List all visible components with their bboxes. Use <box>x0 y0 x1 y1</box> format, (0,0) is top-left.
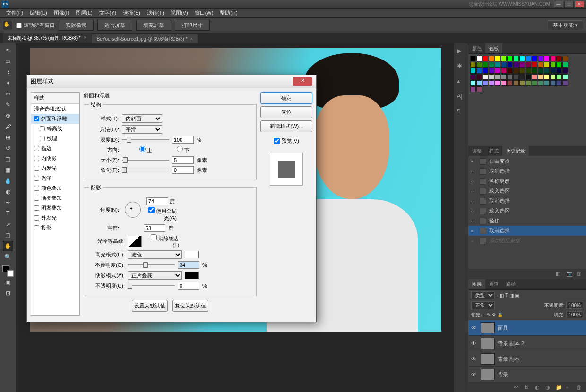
swatch[interactable] <box>544 74 550 80</box>
color-picker[interactable] <box>2 265 14 277</box>
swatch[interactable] <box>483 80 488 86</box>
eyedropper-tool[interactable]: ✎ <box>3 100 13 110</box>
minimize-button[interactable]: — <box>554 1 563 8</box>
swatch[interactable] <box>489 56 494 61</box>
swatch[interactable] <box>556 74 562 80</box>
swatch[interactable] <box>532 62 537 68</box>
swatch[interactable] <box>476 62 482 68</box>
history-item[interactable]: ▫轻移 <box>468 216 586 226</box>
highlight-opacity-slider[interactable] <box>128 262 175 268</box>
new-layer-icon[interactable]: ▫ <box>566 384 573 391</box>
swatch[interactable] <box>495 68 500 74</box>
hand-tool-icon[interactable]: ✋ <box>3 21 12 30</box>
fit-screen-button[interactable]: 适合屏幕 <box>97 20 132 31</box>
dialog-titlebar[interactable]: 图层样式 ✕ <box>27 75 316 88</box>
altitude-input[interactable] <box>144 224 165 232</box>
swatch[interactable] <box>526 62 531 68</box>
close-icon[interactable]: × <box>190 36 193 42</box>
menu-image[interactable]: 图像(I) <box>51 9 72 17</box>
type-tool[interactable]: T <box>3 208 13 219</box>
layer-item[interactable]: 👁背景 副本 <box>468 351 586 367</box>
style-list-item[interactable]: 投影 <box>31 223 79 233</box>
direction-up-radio[interactable]: 上 <box>122 146 152 154</box>
dialog-close-button[interactable]: ✕ <box>293 77 312 86</box>
visibility-icon[interactable]: 👁 <box>471 325 478 331</box>
layer-kind-select[interactable]: 类型 <box>471 291 495 299</box>
swatch[interactable] <box>501 62 507 68</box>
swatch[interactable] <box>470 74 476 80</box>
cancel-button[interactable]: 复位 <box>260 106 312 118</box>
swatch[interactable] <box>526 56 531 61</box>
trash-icon[interactable]: 🗑 <box>577 384 583 391</box>
style-list-item[interactable]: 颜色叠加 <box>31 183 79 193</box>
brush-tool[interactable]: 🖌 <box>3 121 13 132</box>
history-tab[interactable]: 历史记录 <box>502 146 529 156</box>
folder-icon[interactable]: 📁 <box>556 384 562 391</box>
swatch[interactable] <box>470 62 476 68</box>
visibility-icon[interactable]: 👁 <box>471 372 478 377</box>
menu-layer[interactable]: 图层(L) <box>72 9 95 17</box>
history-brush-tool[interactable]: ↺ <box>3 143 13 153</box>
history-item[interactable]: ▫取消选择 <box>468 226 586 236</box>
depth-input[interactable] <box>172 136 194 144</box>
swatch[interactable] <box>507 74 513 80</box>
link-icon[interactable]: ⚯ <box>514 384 521 391</box>
blend-options-item[interactable]: 混合选项:默认 <box>31 104 79 114</box>
direction-down-radio[interactable]: 下 <box>159 146 190 154</box>
style-list-item[interactable]: 描边 <box>31 144 79 153</box>
swatch[interactable] <box>495 74 500 80</box>
gloss-contour[interactable] <box>128 236 142 247</box>
trash-icon[interactable]: 🗑 <box>577 271 583 277</box>
swatch[interactable] <box>556 56 562 61</box>
actual-pixels-button[interactable]: 实际像素 <box>59 20 94 31</box>
swatch[interactable] <box>483 56 488 61</box>
swatch[interactable] <box>544 62 550 68</box>
menu-help[interactable]: 帮助(H) <box>216 9 241 17</box>
swatch[interactable] <box>526 74 531 80</box>
hand-tool[interactable]: ✋ <box>3 241 13 251</box>
lasso-tool[interactable]: ⌇ <box>3 67 13 77</box>
para-icon[interactable]: ¶ <box>457 108 465 116</box>
swatch[interactable] <box>489 62 494 68</box>
swatch[interactable] <box>550 74 556 80</box>
swatch[interactable] <box>507 62 513 68</box>
close-icon[interactable]: × <box>84 35 86 42</box>
swatch[interactable] <box>470 80 476 86</box>
style-list-item[interactable]: 图案叠加 <box>31 203 79 213</box>
angle-dial[interactable] <box>125 202 141 218</box>
camera-icon[interactable]: 📷 <box>566 271 573 277</box>
swatch[interactable] <box>538 62 543 68</box>
wand-tool[interactable]: ✦ <box>3 78 13 88</box>
soften-slider[interactable] <box>122 167 169 173</box>
play-icon[interactable]: ▶ <box>457 47 465 56</box>
swatch[interactable] <box>476 56 482 61</box>
antialias-checkbox[interactable]: 消除锯齿(L) <box>149 234 179 248</box>
style-list-item[interactable]: 纹理 <box>31 134 79 144</box>
shape-tool[interactable]: ▢ <box>3 230 13 240</box>
snapshot-icon[interactable]: ◧ <box>556 271 562 277</box>
swatch[interactable] <box>532 80 537 86</box>
swatch[interactable] <box>519 80 525 86</box>
history-item[interactable]: ▫添加图层蒙版 <box>468 236 586 246</box>
swatch[interactable] <box>476 74 482 80</box>
style-list-item[interactable]: 斜面和浮雕 <box>31 114 79 124</box>
swatch[interactable] <box>526 80 531 86</box>
layers-tab[interactable]: 图层 <box>468 279 485 289</box>
swatch[interactable] <box>544 80 550 86</box>
history-item[interactable]: ▫自由变换 <box>468 156 586 166</box>
swatch[interactable] <box>470 68 476 74</box>
highlight-opacity-input[interactable] <box>178 261 199 269</box>
crop-tool[interactable]: ✂ <box>3 89 13 99</box>
style-list-item[interactable]: 内阴影 <box>31 153 79 163</box>
shadow-color[interactable] <box>185 272 199 279</box>
menu-edit[interactable]: 编辑(E) <box>26 9 51 17</box>
menu-file[interactable]: 文件(F) <box>3 9 26 17</box>
swatch[interactable] <box>501 80 507 86</box>
swatch[interactable] <box>513 68 519 74</box>
workspace-dropdown[interactable]: 基本功能 ▾ <box>548 20 583 30</box>
shadow-opacity-slider[interactable] <box>128 282 175 289</box>
layer-item[interactable]: 👁面具 <box>468 320 586 336</box>
angle-input[interactable] <box>146 197 168 205</box>
menu-window[interactable]: 窗口(W) <box>191 9 217 17</box>
swatch[interactable] <box>501 68 507 74</box>
